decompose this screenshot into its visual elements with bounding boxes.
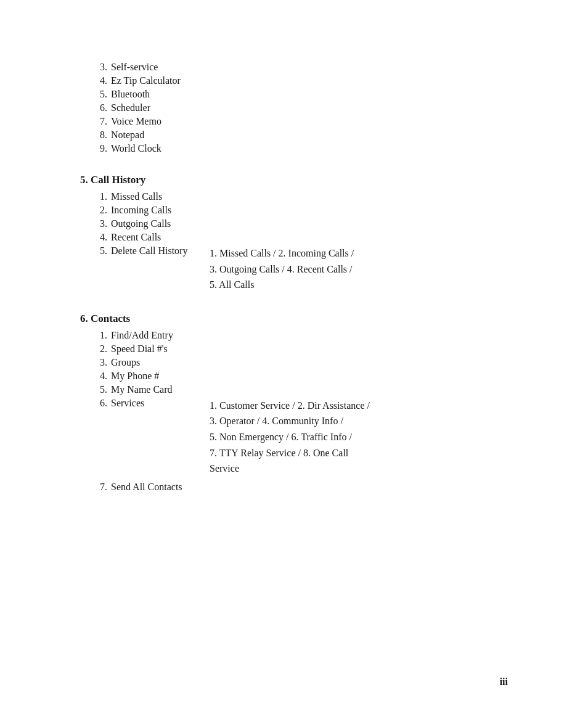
- contacts-header: 6. Contacts: [80, 313, 508, 325]
- item-label: Recent Calls: [111, 232, 161, 243]
- item-label: Ez Tip Calculator: [111, 75, 181, 86]
- item-label: Bluetooth: [111, 89, 150, 100]
- item-number: 2.: [92, 343, 111, 355]
- item-label: Scheduler: [111, 102, 150, 113]
- item-number: 1.: [92, 191, 111, 202]
- item-number: 3.: [92, 62, 111, 73]
- list-item: 2. Speed Dial #'s: [80, 343, 508, 355]
- list-item: 8. Notepad: [80, 129, 508, 141]
- item-number: 7.: [92, 482, 111, 493]
- list-item: 7. Send All Contacts: [80, 482, 508, 493]
- item-label: Speed Dial #'s: [111, 343, 168, 355]
- item-label: Incoming Calls: [111, 205, 171, 216]
- item-label: Missed Calls: [111, 191, 162, 202]
- item-number: 5.: [92, 245, 111, 257]
- list-item: 9. World Clock: [80, 143, 508, 154]
- item-number: 7.: [92, 116, 111, 127]
- contacts-list: 1. Find/Add Entry 2. Speed Dial #'s 3. G…: [80, 330, 508, 493]
- item-number: 5.: [92, 89, 111, 100]
- item-detail: 1. Missed Calls / 2. Incoming Calls / 3.…: [210, 245, 508, 293]
- item-number: 8.: [92, 129, 111, 141]
- item-number: 4.: [92, 75, 111, 86]
- item-number: 9.: [92, 143, 111, 154]
- list-item: 5. My Name Card: [80, 384, 508, 395]
- list-item: 2. Incoming Calls: [80, 205, 508, 216]
- item-label: Voice Memo: [111, 116, 161, 127]
- item-number: 5.: [92, 384, 111, 395]
- list-item: 1. Missed Calls: [80, 191, 508, 202]
- call-history-header: 5. Call History: [80, 174, 508, 186]
- item-number: 1.: [92, 330, 111, 341]
- item-label: Self-service: [111, 62, 158, 73]
- item-label: World Clock: [111, 143, 161, 154]
- item-label: Services: [111, 398, 210, 409]
- item-number: 2.: [92, 205, 111, 216]
- item-label: Send All Contacts: [111, 482, 182, 493]
- list-item: 4. My Phone #: [80, 371, 508, 382]
- tools-list: 3. Self-service 4. Ez Tip Calculator 5. …: [80, 62, 508, 154]
- list-item: 3. Groups: [80, 357, 508, 368]
- list-item: 6. Services 1. Customer Service / 2. Dir…: [80, 398, 508, 477]
- list-item: 5. Bluetooth: [80, 89, 508, 100]
- item-label: Delete Call History: [111, 245, 210, 257]
- call-history-list: 1. Missed Calls 2. Incoming Calls 3. Out…: [80, 191, 508, 293]
- item-number: 3.: [92, 218, 111, 229]
- page-number: iii: [500, 676, 508, 687]
- item-number: 3.: [92, 357, 111, 368]
- item-number: 4.: [92, 371, 111, 382]
- item-label: My Name Card: [111, 384, 173, 395]
- item-detail: 1. Customer Service / 2. Dir Assistance …: [210, 398, 508, 477]
- list-item: 1. Find/Add Entry: [80, 330, 508, 341]
- item-number: 4.: [92, 232, 111, 243]
- page-footer: iii: [0, 670, 588, 706]
- item-label: Groups: [111, 357, 140, 368]
- list-item: 3. Outgoing Calls: [80, 218, 508, 229]
- list-item: 6. Scheduler: [80, 102, 508, 113]
- item-label: Outgoing Calls: [111, 218, 171, 229]
- item-label: My Phone #: [111, 371, 159, 382]
- item-label: Find/Add Entry: [111, 330, 173, 341]
- item-number: 6.: [92, 102, 111, 113]
- item-label: Notepad: [111, 129, 144, 141]
- list-item: 4. Ez Tip Calculator: [80, 75, 508, 86]
- list-item: 5. Delete Call History 1. Missed Calls /…: [80, 245, 508, 293]
- list-item: 4. Recent Calls: [80, 232, 508, 243]
- list-item: 7. Voice Memo: [80, 116, 508, 127]
- list-item: 3. Self-service: [80, 62, 508, 73]
- item-number: 6.: [92, 398, 111, 409]
